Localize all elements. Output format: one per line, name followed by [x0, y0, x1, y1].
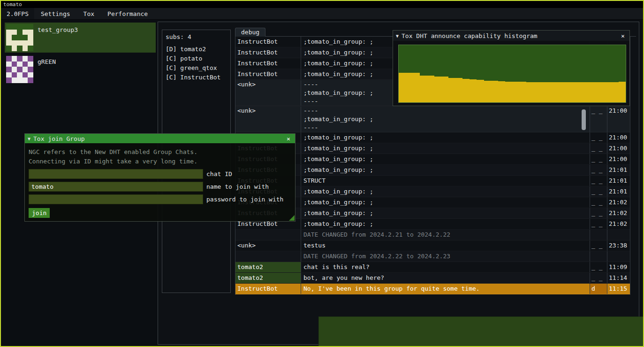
subs-member-item[interactable]: [C] InstructBot — [166, 73, 227, 82]
message-text: ;tomato_in_group: ; — [301, 143, 590, 154]
avatar-pixel — [23, 46, 28, 51]
message-timestamp: 21:00 — [607, 132, 630, 143]
message-timestamp — [607, 230, 630, 240]
histogram-bar — [470, 79, 477, 102]
group-item-gREEN[interactable]: gREEN — [5, 54, 156, 85]
join-name-input[interactable]: tomato — [29, 182, 203, 192]
avatar-pixel — [28, 56, 33, 62]
join-group-title: Tox join Group — [33, 135, 282, 142]
message-status-flags: _ _ — [590, 219, 607, 229]
date-separator-row[interactable]: DATE CHANGED from 2024.2.22 to 2024.2.23 — [235, 251, 630, 262]
histogram-bar — [526, 82, 533, 102]
histogram-bar — [562, 82, 569, 102]
message-timestamp: 11:15 — [607, 284, 630, 294]
message-sender: InstructBot — [235, 284, 301, 294]
join-password-input[interactable] — [29, 194, 203, 204]
message-status-flags: _ _ — [590, 107, 607, 132]
menu-item-settings[interactable]: Settings — [34, 8, 77, 19]
chat-message-row[interactable]: <unk>testus_ _23:38 — [235, 240, 630, 251]
close-icon[interactable]: × — [619, 32, 627, 39]
subs-member-item[interactable]: [D] tomato2 — [166, 45, 227, 54]
subs-member-item[interactable]: [C] potato — [166, 54, 227, 63]
join-group-window: ▼ Tox join Group × NGC refers to the New… — [24, 133, 295, 222]
date-separator-row[interactable]: DATE CHANGED from 2024.2.21 to 2024.2.22 — [235, 230, 630, 240]
resize-grip[interactable] — [289, 215, 295, 221]
histogram-bar — [576, 82, 583, 102]
avatar-pixel — [6, 46, 12, 51]
message-sender: InstructBot — [235, 47, 301, 58]
chat-message-row[interactable]: <unk>---- ;tomato_in_group: ; ----_ _21:… — [235, 106, 630, 132]
chat-scrollbar-thumb[interactable] — [582, 109, 586, 130]
histogram-bar — [505, 82, 512, 102]
group-name: gREEN — [38, 58, 56, 65]
histogram-bar — [491, 81, 498, 102]
message-timestamp: 21:01 — [607, 165, 630, 175]
avatar-pixel — [6, 56, 12, 62]
collapse-arrow-icon[interactable]: ▼ — [396, 33, 399, 39]
message-sender: <unk> — [235, 107, 301, 132]
avatar-pixel — [28, 24, 33, 30]
message-text: ;tomato_in_group: ; — [301, 186, 590, 197]
message-status-flags: _ _ — [590, 165, 607, 175]
histogram-bar — [598, 82, 605, 102]
avatar-pixel — [17, 62, 23, 67]
message-sender — [235, 230, 301, 240]
chat-id-input[interactable] — [29, 169, 203, 179]
avatar-pixel — [23, 67, 28, 72]
collapse-arrow-icon[interactable]: ▼ — [28, 136, 30, 141]
group-item-test_group3[interactable]: test_group3 — [5, 23, 156, 53]
message-text: ;tomato_in_group: ; — [301, 132, 590, 143]
close-icon[interactable]: × — [285, 135, 292, 142]
message-timestamp: 21:02 — [607, 197, 630, 208]
group-avatar — [6, 56, 33, 83]
avatar-pixel — [6, 67, 12, 72]
message-timestamp: 21:00 — [607, 143, 630, 154]
message-sender: tomato2 — [235, 262, 301, 272]
window-titlebar[interactable]: tomato — [1, 1, 643, 8]
message-timestamp: 21:02 — [607, 208, 630, 218]
message-status-flags: _ _ — [590, 154, 607, 164]
chat-message-row[interactable]: tomato2chat is this real?_ _11:09 — [235, 262, 630, 273]
message-status-flags: _ _ — [590, 262, 607, 272]
message-timestamp: 11:09 — [607, 262, 630, 272]
tab-debug[interactable]: debug — [235, 28, 265, 37]
avatar-pixel — [23, 30, 28, 35]
histogram-bar — [548, 82, 555, 102]
message-sender — [235, 251, 301, 262]
avatar-pixel — [23, 72, 28, 78]
message-sender: <unk> — [235, 80, 301, 106]
subs-count: subs: 4 — [166, 32, 227, 42]
join-button[interactable]: join — [29, 208, 50, 218]
avatar-pixel — [23, 24, 28, 30]
message-input[interactable] — [318, 316, 644, 347]
chat-message-row[interactable]: InstructBotNo, I've been in this group f… — [235, 284, 630, 294]
message-timestamp: 21:00 — [607, 107, 630, 132]
dht-histogram-titlebar[interactable]: ▼ Tox DHT announce capability histogram … — [393, 31, 629, 41]
avatar-pixel — [28, 35, 33, 40]
message-timestamp: 21:02 — [607, 219, 630, 229]
subs-member-item[interactable]: [C] green_qtox — [166, 63, 227, 73]
menu-item-tox[interactable]: Tox — [77, 8, 101, 19]
histogram-bar — [590, 82, 597, 102]
message-text: ;tomato_in_group: ; — [301, 197, 590, 208]
join-group-titlebar[interactable]: ▼ Tox join Group × — [25, 134, 295, 143]
chat-message-row[interactable]: tomato2bot, are you new here?_ _11:14 — [235, 273, 630, 284]
message-text: ;tomato_in_group: ; — [301, 208, 590, 218]
message-status-flags: _ _ — [590, 143, 607, 154]
message-status-flags: _ _ — [590, 197, 607, 208]
menu-item-performance[interactable]: Performance — [101, 8, 154, 19]
histogram-bar — [455, 78, 462, 102]
avatar-pixel — [17, 24, 23, 30]
message-sender: InstructBot — [235, 58, 301, 69]
app-window: tomato 2.0FPS Settings Tox Performance t… — [0, 0, 644, 347]
histogram-bar — [498, 81, 505, 102]
histogram-bar — [420, 76, 427, 102]
message-status-flags: _ _ — [590, 186, 607, 197]
histogram-bar — [519, 82, 526, 102]
dht-histogram-plot — [398, 45, 626, 103]
message-timestamp: 23:38 — [607, 240, 630, 251]
message-text: ;tomato_in_group: ; — [301, 165, 590, 175]
window-title: tomato — [3, 1, 22, 8]
join-info-line: NGC refers to the New DHT enabled Group … — [29, 147, 291, 157]
avatar-pixel — [6, 62, 12, 67]
